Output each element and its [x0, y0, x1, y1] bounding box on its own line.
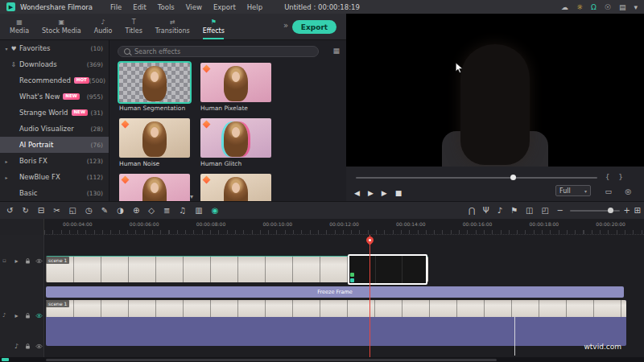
- sidebar-item[interactable]: ▾ ♥ Favorites (10): [0, 40, 109, 56]
- ribbon-tab[interactable]: ♪ Audio: [88, 14, 119, 39]
- effect-card[interactable]: [200, 174, 271, 201]
- eye-icon[interactable]: [35, 343, 43, 350]
- export-button[interactable]: Export: [292, 20, 336, 34]
- zoom-in-icon[interactable]: +: [624, 207, 630, 215]
- sidebar-item[interactable]: Basic (130): [0, 185, 109, 201]
- adjust-icon[interactable]: ≣: [163, 207, 170, 215]
- effect-thumbnail[interactable]: [119, 174, 190, 201]
- stop-button[interactable]: ■: [395, 190, 402, 197]
- ruler-timecode: 00:00:20:00: [577, 221, 644, 227]
- effect-card[interactable]: Human Segmentation: [119, 63, 190, 112]
- video-track-icon: ▸: [13, 312, 20, 319]
- ribbon-tab[interactable]: ▦ Media: [3, 14, 35, 39]
- zoom-out-icon[interactable]: −: [557, 207, 564, 215]
- ribbon-tab[interactable]: ⚑ Effects: [196, 14, 231, 39]
- bottom-accent-button[interactable]: [2, 358, 9, 361]
- lock-icon[interactable]: [24, 312, 31, 319]
- lock-icon[interactable]: [24, 343, 31, 350]
- eye-icon[interactable]: [35, 257, 43, 265]
- whats-new-bulb-icon[interactable]: ☼: [576, 3, 583, 11]
- scroll-down-icon[interactable]: ▾: [190, 193, 193, 200]
- undo-icon[interactable]: ↺: [6, 207, 13, 215]
- freeze-frame-clip[interactable]: Freeze Frame: [46, 286, 624, 298]
- next-frame-button[interactable]: ▶: [382, 190, 387, 197]
- sidebar-item[interactable]: ⇩ Downloads (369): [0, 56, 109, 72]
- effect-card[interactable]: Human Glitch: [200, 118, 271, 167]
- effect-thumbnail[interactable]: [119, 63, 190, 102]
- play-button[interactable]: ▶: [368, 190, 374, 197]
- marker-flag-icon[interactable]: ⚑: [510, 207, 518, 215]
- menu-item[interactable]: Export: [213, 3, 236, 11]
- ribbon-tab[interactable]: ▣ Stock Media: [35, 14, 88, 39]
- snapshot-icon[interactable]: ◎: [625, 187, 631, 195]
- timeline-ruler[interactable]: 00:00:04:0000:00:06:0000:00:08:0000:00:1…: [44, 219, 644, 235]
- sidebar-item[interactable]: ▸ Boris FX (123): [0, 153, 109, 169]
- keyframe-icon[interactable]: ◇: [148, 207, 155, 215]
- grid-view-icon[interactable]: ▦: [332, 47, 340, 55]
- microphone-icon[interactable]: Ψ: [483, 207, 489, 215]
- effect-card[interactable]: [119, 174, 190, 201]
- ribbon-tab[interactable]: T Titles: [119, 14, 149, 39]
- menu-item[interactable]: File: [110, 3, 122, 11]
- ribbon-tab[interactable]: ⇄ Transitions: [149, 14, 196, 39]
- seekbar-knob[interactable]: [510, 175, 516, 180]
- menu-item[interactable]: Help: [247, 3, 262, 11]
- previous-frame-button[interactable]: ◀: [354, 190, 360, 197]
- track2-strip-icon[interactable]: ♪: [2, 312, 6, 319]
- sidebar-item[interactable]: Strange World NEW (31): [0, 105, 109, 121]
- audio-mixer-icon[interactable]: ♫: [179, 207, 186, 215]
- playhead[interactable]: [369, 220, 370, 357]
- color-correction-icon[interactable]: ◑: [117, 207, 124, 215]
- split-scissors-icon[interactable]: ✂: [53, 207, 60, 215]
- render-preview-icon[interactable]: ◉: [212, 207, 219, 215]
- effect-thumbnail[interactable]: [200, 174, 271, 201]
- plugin-shield-icon[interactable]: ⋂: [469, 207, 475, 215]
- menu-item[interactable]: Tools: [158, 3, 175, 11]
- sidebar-item[interactable]: What's New NEW (955): [0, 88, 109, 105]
- split-view-icon[interactable]: ◫: [526, 207, 533, 215]
- effect-thumbnail[interactable]: [200, 118, 271, 158]
- tab-label: Stock Media: [42, 27, 81, 35]
- horizontal-scrollbar[interactable]: [46, 359, 497, 361]
- zoom-slider-knob[interactable]: [608, 208, 613, 213]
- eye-icon[interactable]: [35, 312, 43, 319]
- sidebar-item[interactable]: Audio Visualizer (28): [0, 121, 109, 137]
- redo-icon[interactable]: ↻: [22, 207, 28, 215]
- effect-thumbnail[interactable]: [119, 118, 190, 158]
- preview-seekbar[interactable]: [356, 177, 597, 179]
- audio-note-icon[interactable]: ♪: [497, 207, 502, 215]
- edit-pen-icon[interactable]: ✎: [101, 207, 108, 215]
- crop-icon[interactable]: ◱: [69, 207, 76, 215]
- expand-icon[interactable]: ◰: [542, 207, 549, 215]
- motion-track-icon[interactable]: ⊕: [133, 207, 139, 215]
- effect-card[interactable]: Human Noise: [119, 118, 190, 167]
- track1-strip-icon[interactable]: ▫: [2, 257, 6, 264]
- cloud-sync-icon[interactable]: ☁: [561, 3, 568, 11]
- video-clip-1[interactable]: scene 1: [46, 256, 428, 282]
- menu-item[interactable]: View: [186, 3, 202, 11]
- effect-card[interactable]: Human Pixelate: [200, 63, 271, 112]
- sidebar-item[interactable]: Recommended HOT (500): [0, 72, 109, 88]
- lock-icon[interactable]: [24, 257, 31, 265]
- video-clip-2[interactable]: scene 1: [46, 300, 626, 346]
- fit-timeline-icon[interactable]: ⊞: [634, 207, 641, 215]
- support-headset-icon[interactable]: Ω: [591, 3, 597, 11]
- collapse-chevron-icon[interactable]: ▾: [634, 3, 638, 11]
- preview-zoom-dropdown[interactable]: Full ▾: [555, 185, 591, 196]
- menu-item[interactable]: Edit: [133, 3, 146, 11]
- fullscreen-icon[interactable]: ▭: [605, 187, 612, 195]
- delete-icon[interactable]: ⊟: [38, 207, 44, 215]
- workspace-layout-icon[interactable]: ▤: [619, 3, 626, 11]
- effect-thumbnail[interactable]: [200, 63, 271, 102]
- subject-hair-silhouette: [460, 44, 530, 165]
- chroma-key-icon[interactable]: ▥: [195, 207, 202, 215]
- timeline-zoom-slider[interactable]: [570, 210, 620, 212]
- mark-in-out-icons[interactable]: { }: [605, 173, 626, 181]
- sidebar-item[interactable]: ▸ NewBlue FX (112): [0, 169, 109, 185]
- sidebar-item[interactable]: AI Portrait (76): [0, 137, 109, 153]
- account-icon[interactable]: ☉: [605, 3, 611, 11]
- search-bar[interactable]: Search effects: [118, 46, 319, 57]
- panel-collapse-icon[interactable]: »: [283, 21, 288, 30]
- speed-icon[interactable]: ◷: [85, 207, 93, 215]
- selected-clip-segment[interactable]: [348, 254, 427, 285]
